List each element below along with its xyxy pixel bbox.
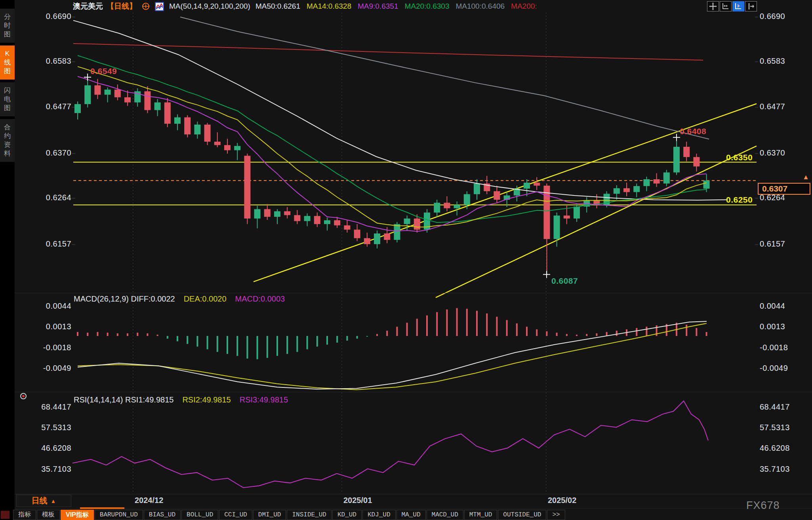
axis-tick-label: 0.0013 [760, 322, 785, 331]
swing-low-label: 0.6087 [551, 276, 578, 286]
indicator-tab-INSIDE_UD[interactable]: INSIDE_UD [287, 510, 331, 520]
interval-label: 日线 [32, 495, 48, 506]
axis-tick-label: 0.6370 [16, 148, 71, 158]
indicator-tab-KD_UD[interactable]: KD_UD [332, 510, 362, 520]
interval-arrow-icon: ▲ [51, 498, 56, 504]
pane-scale-icon[interactable]: .f{fill:#b8b8b8;stroke:none} [745, 1, 757, 11]
ma-group-label: MA(50,14,9,20,100,200) [169, 2, 250, 11]
indicator-tab-KDJ_UD[interactable]: KDJ_UD [362, 510, 396, 520]
indicator-tab-OUTSIDE_UD[interactable]: OUTSIDE_UD [498, 510, 546, 520]
indicator-tab-BOLL_UD[interactable]: BOLL_UD [181, 510, 218, 520]
indicator-tab-CCI_UD[interactable]: CCI_UD [219, 510, 252, 520]
chart-header: 澳元美元 【日线】 MA(50,14,9,20,100,200) MA50:0.… [73, 0, 537, 13]
ma-value-label: MA50:0.6261 [255, 2, 300, 11]
axis-tick-label: 0.6157 [760, 239, 785, 249]
pane-separator [15, 508, 812, 509]
rsi2-value: RSI2:49.9815 [182, 395, 231, 404]
current-price-box: 0.6307 [758, 183, 810, 195]
indicator-settings-icon[interactable] [155, 2, 164, 11]
indicator-tab-MACD_UD[interactable]: MACD_UD [427, 510, 463, 520]
ma-value-label: MA20:0.6303 [404, 2, 449, 11]
rsi-header: RSI(14,14,14) RSI1:49.9815 RSI2:49.9815 … [74, 395, 288, 404]
indicator-tab-bar: 指标模板VIP指标BARUPDN_UDBIAS_UDBOLL_UDCCI_UDD… [13, 510, 565, 520]
indicator-tab-BARUPDN_UD[interactable]: BARUPDN_UD [95, 510, 143, 520]
scrollbar-thumb[interactable] [80, 507, 124, 509]
watermark: FX678 [746, 499, 780, 512]
macd-header: MACD(26,12,9) DIFF:0.0022 DEA:0.0020 MAC… [74, 294, 285, 304]
sidebar-item-3[interactable]: 合 约 资 料 [0, 119, 15, 162]
date-label: 2025/02 [548, 496, 576, 505]
axis-tick-label: -0.0018 [16, 343, 71, 352]
date-label: 2025/01 [343, 496, 372, 505]
axis-tick-label: -0.0049 [16, 364, 71, 373]
axis-tick-label: 57.5313 [760, 423, 790, 432]
trading-app-window: 分 时 图K 线 图闪 电 图合 约 资 料 澳元美元 【日线】 MA(50,1… [0, 0, 812, 520]
price-up-arrow-icon: ▲ [802, 173, 809, 181]
axis-tick-label: 0.0013 [16, 322, 71, 331]
axis-tick-label: 0.6583 [760, 57, 785, 66]
symbol-title: 澳元美元 [73, 1, 103, 11]
axis-tick-label: 0.6264 [16, 193, 71, 202]
pane-separator [15, 494, 812, 494]
sidebar-item-0[interactable]: 分 时 图 [0, 9, 15, 43]
rsi-params-rsi1: RSI(14,14,14) RSI1:49.9815 [74, 395, 173, 404]
axis-tick-label: 57.5313 [16, 423, 71, 432]
axis-tick-label: 0.6477 [760, 102, 785, 111]
ma-values: MA50:0.6261MA14:0.6328MA9:0.6351MA20:0.6… [255, 2, 537, 11]
axis-tick-label: 0.6690 [760, 12, 785, 21]
axis-tick-label: 68.4417 [760, 402, 790, 412]
y-axis-scale-icon[interactable]: .f{fill:#fff;stroke:none} [732, 1, 744, 11]
date-label: 2024/12 [135, 496, 163, 505]
axis-tick-label: -0.0018 [760, 343, 788, 352]
indicator-tab-DMI_UD[interactable]: DMI_UD [253, 510, 286, 520]
macd-params-diff: MACD(26,12,9) DIFF:0.0022 [74, 294, 175, 304]
axis-tick-label: 0.6583 [16, 57, 71, 66]
axis-tick-label: 0.6690 [16, 12, 71, 21]
support-label[interactable]: 0.6250 [726, 195, 753, 205]
logo-mark [1, 511, 10, 519]
macd-dea: DEA:0.0020 [184, 294, 227, 304]
chart-type-sidebar: 分 时 图K 线 图闪 电 图合 约 资 料 [0, 0, 15, 520]
indicator-tab-模板[interactable]: 模板 [37, 510, 60, 520]
axis-tick-label: 0.6477 [16, 102, 71, 111]
rsi3-value: RSI3:49.9815 [240, 395, 288, 404]
indicator-tab-VIP指标[interactable]: VIP指标 [61, 510, 94, 520]
swing-high-label: 0.6549 [90, 66, 117, 76]
period-label[interactable]: 【日线】 [107, 1, 137, 11]
resistance-label[interactable]: 0.6350 [726, 153, 753, 162]
ma-value-label: MA100:0.6406 [456, 2, 505, 11]
axis-tick-label: 0.6370 [760, 148, 785, 158]
ma-value-label: MA14:0.6328 [307, 2, 351, 11]
indicator-tab-MTM_UD[interactable]: MTM_UD [464, 510, 497, 520]
axis-tick-label: 0.6157 [16, 239, 71, 249]
rsi-target-icon[interactable] [20, 393, 27, 401]
indicator-tab->>[interactable]: >> [547, 510, 565, 520]
pane-separator[interactable] [15, 293, 812, 293]
indicator-tab-MA_UD[interactable]: MA_UD [396, 510, 426, 520]
interval-cell[interactable]: 日线 ▲ [16, 495, 71, 507]
sidebar-item-1[interactable]: K 线 图 [0, 46, 15, 80]
axis-tick-label: 0.0044 [760, 302, 785, 311]
axis-tick-label: 46.6208 [760, 444, 790, 453]
live-refresh-icon[interactable] [142, 2, 150, 10]
indicator-tab-BIAS_UD[interactable]: BIAS_UD [144, 510, 181, 520]
recent-high-label: 0.6408 [680, 127, 706, 136]
indicator-tab-指标[interactable]: 指标 [13, 510, 36, 520]
sidebar-item-2[interactable]: 闪 电 图 [0, 82, 15, 116]
ma-value-label: MA200: [511, 2, 537, 11]
axis-tick-label: 35.7103 [16, 465, 71, 474]
move-tool-icon[interactable]: .f{fill:#b8b8b8;stroke:none} [707, 1, 719, 11]
pane-separator[interactable] [15, 392, 812, 392]
axis-tick-label: 46.6208 [16, 444, 71, 453]
ma-value-label: MA9:0.6351 [358, 2, 398, 11]
axis-tick-label: 35.7103 [760, 465, 790, 474]
axis-tick-label: -0.0049 [760, 364, 788, 373]
chart-canvas[interactable] [0, 0, 812, 520]
axis-tick-label: 0.0044 [16, 302, 71, 311]
axis-tick-label: 68.4417 [16, 402, 71, 412]
macd-value: MACD:0.0003 [235, 294, 285, 304]
x-axis-scale-icon[interactable]: .f{fill:#b8b8b8;stroke:none} [720, 1, 732, 11]
